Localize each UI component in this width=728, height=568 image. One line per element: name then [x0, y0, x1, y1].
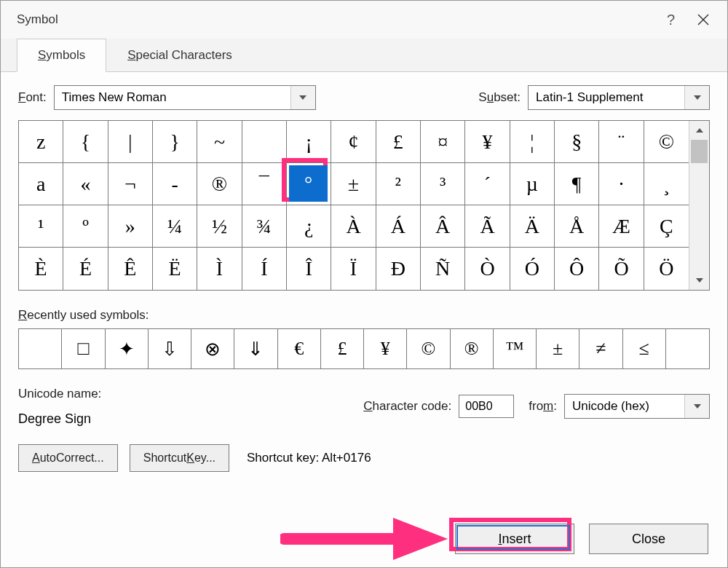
- recent-symbol-cell[interactable]: ⊗: [191, 329, 234, 368]
- symbol-cell[interactable]: £: [376, 121, 421, 163]
- symbol-cell[interactable]: ¸: [644, 163, 689, 205]
- symbol-cell[interactable]: µ: [510, 163, 555, 205]
- symbol-cell[interactable]: ®: [197, 163, 242, 205]
- symbol-cell[interactable]: ¨: [599, 121, 644, 163]
- autocorrect-button[interactable]: AutoCorrect...: [18, 444, 118, 472]
- recent-symbol-cell[interactable]: €: [278, 329, 321, 368]
- symbol-cell[interactable]: ¤: [421, 121, 465, 163]
- symbol-cell[interactable]: Í: [242, 248, 287, 290]
- chevron-down-icon[interactable]: [290, 86, 315, 109]
- symbol-cell[interactable]: Õ: [599, 248, 644, 290]
- svg-marker-3: [393, 518, 448, 560]
- symbol-cell[interactable]: ¯: [242, 163, 287, 205]
- grid-scrollbar[interactable]: [689, 121, 709, 290]
- symbol-cell[interactable]: Ï: [331, 248, 376, 290]
- scroll-thumb[interactable]: [691, 140, 708, 163]
- symbol-cell[interactable]: ¾: [242, 205, 287, 248]
- symbol-cell[interactable]: §: [555, 121, 599, 163]
- recent-symbol-cell[interactable]: ✦: [106, 329, 149, 368]
- subset-combo[interactable]: Latin-1 Supplement: [528, 85, 710, 110]
- help-icon[interactable]: ?: [667, 12, 675, 28]
- symbol-cell[interactable]: È: [19, 248, 63, 290]
- symbol-cell[interactable]: Å: [555, 205, 599, 248]
- symbol-cell[interactable]: a: [19, 163, 63, 205]
- symbol-cell[interactable]: |: [108, 121, 153, 163]
- symbol-cell[interactable]: ¶: [555, 163, 599, 205]
- symbol-cell[interactable]: ½: [197, 205, 242, 248]
- symbol-cell[interactable]: ©: [644, 121, 689, 163]
- symbol-cell[interactable]: Ó: [510, 248, 555, 290]
- from-label: from:: [529, 399, 557, 414]
- symbol-cell[interactable]: ¿: [287, 205, 331, 248]
- symbol-cell[interactable]: [242, 121, 287, 163]
- window-controls: ?: [667, 12, 720, 28]
- symbol-cell[interactable]: Ì: [197, 248, 242, 290]
- insert-button[interactable]: Insert: [455, 524, 574, 554]
- recent-symbol-cell[interactable]: ≠: [579, 329, 622, 368]
- font-value: Times New Roman: [55, 86, 290, 109]
- symbol-cell[interactable]: }: [153, 121, 197, 163]
- recent-symbol-cell[interactable]: ≤: [623, 329, 666, 368]
- symbol-cell[interactable]: Đ: [376, 248, 421, 290]
- symbol-cell[interactable]: ¦: [510, 121, 555, 163]
- scroll-down-icon[interactable]: [689, 271, 709, 290]
- symbol-cell[interactable]: z: [19, 121, 63, 163]
- symbol-cell[interactable]: «: [63, 163, 108, 205]
- symbol-cell[interactable]: ¢: [331, 121, 376, 163]
- from-combo[interactable]: Unicode (hex): [564, 394, 710, 419]
- symbol-cell[interactable]: °: [287, 163, 331, 205]
- symbol-cell[interactable]: É: [63, 248, 108, 290]
- recent-symbol-cell[interactable]: □: [62, 329, 105, 368]
- symbol-cell[interactable]: »: [108, 205, 153, 248]
- symbol-cell[interactable]: ~: [197, 121, 242, 163]
- symbol-cell[interactable]: ²: [376, 163, 421, 205]
- symbol-cell[interactable]: Ô: [555, 248, 599, 290]
- symbol-cell[interactable]: ±: [331, 163, 376, 205]
- symbol-cell[interactable]: ¹: [19, 205, 63, 248]
- symbol-cell[interactable]: Î: [287, 248, 331, 290]
- symbol-cell[interactable]: -: [153, 163, 197, 205]
- symbol-cell[interactable]: Ñ: [421, 248, 465, 290]
- recent-symbol-cell[interactable]: £: [321, 329, 364, 368]
- symbol-cell[interactable]: ·: [599, 163, 644, 205]
- recent-symbol-cell[interactable]: ±: [537, 329, 579, 368]
- symbol-cell[interactable]: Ã: [465, 205, 510, 248]
- symbol-cell[interactable]: ³: [421, 163, 465, 205]
- scroll-up-icon[interactable]: [689, 121, 709, 140]
- recent-symbol-cell[interactable]: ¥: [364, 329, 407, 368]
- scroll-track[interactable]: [689, 140, 709, 271]
- recent-symbol-cell[interactable]: ™: [494, 329, 537, 368]
- symbol-cell[interactable]: {: [63, 121, 108, 163]
- symbol-cell[interactable]: ¡: [287, 121, 331, 163]
- recent-symbol-cell[interactable]: ⇩: [149, 329, 191, 368]
- close-button[interactable]: Close: [589, 524, 708, 554]
- symbol-cell[interactable]: Ê: [108, 248, 153, 290]
- recent-symbol-cell[interactable]: ©: [407, 329, 450, 368]
- symbol-cell[interactable]: Ä: [510, 205, 555, 248]
- symbol-cell[interactable]: Â: [421, 205, 465, 248]
- symbol-cell[interactable]: ´: [465, 163, 510, 205]
- symbol-cell[interactable]: Ë: [153, 248, 197, 290]
- symbol-cell[interactable]: À: [331, 205, 376, 248]
- symbol-cell[interactable]: Ö: [644, 248, 689, 290]
- tab-symbols[interactable]: Symbols: [17, 39, 106, 72]
- recent-symbol-cell[interactable]: ®: [451, 329, 494, 368]
- symbol-cell[interactable]: ¥: [465, 121, 510, 163]
- symbol-cell[interactable]: ¼: [153, 205, 197, 248]
- symbol-cell[interactable]: º: [63, 205, 108, 248]
- tab-special-characters[interactable]: Special Characters: [106, 39, 253, 72]
- symbol-cell[interactable]: ¬: [108, 163, 153, 205]
- font-combo[interactable]: Times New Roman: [54, 85, 316, 110]
- symbol-cell[interactable]: Æ: [599, 205, 644, 248]
- recent-symbol-cell[interactable]: [666, 329, 709, 368]
- chevron-down-icon[interactable]: [684, 86, 709, 109]
- symbol-cell[interactable]: Ç: [644, 205, 689, 248]
- shortcut-key-button[interactable]: Shortcut Key...: [130, 444, 229, 472]
- symbol-cell[interactable]: Ò: [465, 248, 510, 290]
- recent-symbol-cell[interactable]: ⇓: [234, 329, 277, 368]
- symbol-cell[interactable]: Á: [376, 205, 421, 248]
- title-bar: Symbol ?: [1, 1, 727, 39]
- charcode-input[interactable]: 00B0: [459, 395, 514, 418]
- close-icon[interactable]: [697, 13, 710, 26]
- chevron-down-icon[interactable]: [684, 395, 709, 418]
